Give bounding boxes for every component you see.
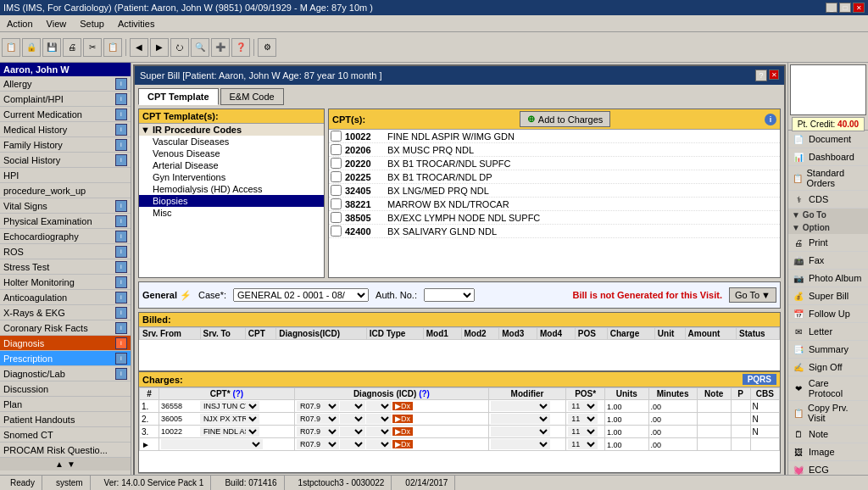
sidebar-item-xray[interactable]: X-Rays & EKG i — [0, 305, 131, 320]
toolbar-btn-4[interactable]: 🖨 — [63, 38, 81, 57]
right-item-document[interactable]: 📄 Document — [788, 131, 868, 148]
cpt-check-38221[interactable] — [331, 198, 342, 209]
charge-icd-sel2-4[interactable] — [340, 439, 365, 449]
menu-activities[interactable]: Activities — [114, 17, 158, 31]
sidebar-item-vitals[interactable]: Vital Signs i — [0, 198, 131, 214]
right-item-print[interactable]: 🖨 Print — [788, 234, 868, 252]
tab-cpt-template[interactable]: CPT Template — [138, 88, 219, 105]
charge-icd-sel2-1[interactable] — [340, 401, 365, 411]
charge-mod-select-1[interactable] — [491, 401, 550, 411]
charge-minutes-1[interactable] — [648, 400, 697, 413]
sidebar-item-discussion[interactable]: Discussion — [0, 381, 131, 397]
charge-mod-2[interactable] — [488, 413, 566, 426]
charge-icd-sel2-3[interactable] — [340, 426, 365, 437]
charge-icd-4[interactable]: R07.9 ▶Dx — [295, 438, 489, 451]
charge-note-3[interactable] — [697, 426, 731, 438]
auth-select[interactable] — [424, 288, 475, 302]
charge-note-input-1[interactable] — [699, 403, 725, 411]
cpt-check-32405[interactable] — [331, 185, 342, 196]
sidebar-item-anticoag[interactable]: Anticoagulation i — [0, 290, 131, 305]
case-select[interactable]: GENERAL 02 - 0001 - 08/ — [233, 288, 369, 302]
right-item-image[interactable]: 🖼 Image — [788, 443, 868, 461]
charge-minutes-input-1[interactable] — [651, 403, 685, 411]
charge-dx-btn-4[interactable]: ▶Dx — [392, 440, 413, 448]
sidebar-item-coronary[interactable]: Coronary Risk Facts i — [0, 320, 131, 336]
charge-note-1[interactable] — [697, 400, 731, 413]
charge-minutes-3[interactable] — [648, 426, 697, 438]
toolbar-btn-2[interactable]: 🔒 — [22, 38, 41, 57]
charge-note-input-4[interactable] — [699, 441, 725, 449]
dialog-close-btn[interactable]: ✕ — [769, 70, 779, 80]
sidebar-item-procedure[interactable]: procedure_work_up — [0, 183, 131, 198]
cpt-check-10022[interactable] — [331, 131, 342, 142]
sidebar-item-allergy[interactable]: Allergy i — [0, 76, 131, 92]
template-arterial[interactable]: Arterial Disease — [139, 159, 324, 171]
charge-mod-1[interactable] — [488, 400, 566, 413]
right-item-fax[interactable]: 📠 Fax — [788, 252, 868, 270]
charge-cpt-input-3[interactable] — [161, 427, 199, 436]
patient-name[interactable]: Aaron, John W — [0, 63, 131, 76]
charge-cpt-3[interactable]: FINE NDL ASPIR W/IMG GD... — [159, 426, 294, 438]
goto-btn[interactable]: Go To ▼ — [729, 287, 776, 303]
charge-mod-select-3[interactable] — [491, 426, 550, 437]
toolbar-btn-5[interactable]: ✂ — [83, 38, 102, 57]
sidebar-item-ros[interactable]: ROS i — [0, 244, 131, 259]
charge-note-2[interactable] — [697, 413, 731, 426]
charge-units-input-2[interactable] — [607, 415, 641, 424]
charge-minutes-input-4[interactable] — [651, 441, 685, 449]
sidebar-item-hpi[interactable]: HPI — [0, 168, 131, 183]
sidebar-item-complaint[interactable]: Complaint/HPI i — [0, 92, 131, 107]
tab-em-code[interactable]: E&M Code — [220, 88, 284, 105]
cpt-check-20225[interactable] — [331, 171, 342, 182]
charge-pos-select-2[interactable]: 11 — [568, 414, 598, 424]
charge-cpt-4[interactable] — [159, 438, 294, 451]
right-item-summary[interactable]: 📑 Summary — [788, 341, 868, 359]
charge-units-4[interactable] — [605, 438, 648, 451]
sidebar-item-echo[interactable]: Echocardiography i — [0, 229, 131, 244]
dialog-help-btn[interactable]: ? — [755, 70, 767, 81]
cpt-check-20220[interactable] — [331, 158, 342, 169]
toolbar-btn-1[interactable]: 📋 — [2, 38, 20, 57]
right-item-dashboard[interactable]: 📊 Dashboard — [788, 148, 868, 166]
toolbar-btn-9[interactable]: ⭮ — [170, 38, 189, 57]
sidebar-item-holter[interactable]: Holter Monitoring i — [0, 275, 131, 290]
charge-cpt-input-2[interactable] — [161, 415, 199, 423]
charge-icd-select-4[interactable]: R07.9 — [297, 439, 339, 449]
cpt-info-icon[interactable]: i — [765, 114, 776, 125]
sidebar-item-snomed[interactable]: Snomed CT — [0, 427, 131, 443]
charge-pos-1[interactable]: 11 — [566, 400, 605, 413]
toolbar-btn-3[interactable]: 💾 — [42, 38, 61, 57]
charge-icd-3[interactable]: R07.9 ▶Dx — [295, 426, 489, 438]
charge-icd-sel3-3[interactable] — [366, 426, 392, 437]
charge-units-input-1[interactable] — [607, 403, 641, 411]
charge-icd-select-1[interactable]: R07.9 — [297, 401, 339, 411]
charge-icd-sel2-2[interactable] — [340, 414, 365, 424]
charge-cpt-select-2[interactable]: NJX PX XTR VNGRPH W/N ... — [200, 414, 259, 424]
sidebar-item-diagnosis[interactable]: Diagnosis i — [0, 336, 131, 351]
restore-btn[interactable]: □ — [839, 3, 851, 13]
charge-minutes-input-2[interactable] — [651, 415, 685, 424]
right-item-letter[interactable]: ✉ Letter — [788, 323, 868, 341]
right-item-note[interactable]: 🗒 Note — [788, 426, 868, 443]
toolbar-btn-10[interactable]: 🔍 — [191, 38, 209, 57]
charge-icd-select-3[interactable]: R07.9 — [297, 426, 339, 437]
toolbar-btn-13[interactable]: ⚙ — [258, 38, 276, 57]
toolbar-btn-8[interactable]: ▶ — [150, 38, 169, 57]
toolbar-btn-12[interactable]: ❓ — [231, 38, 250, 57]
charge-icd-sel3-4[interactable] — [366, 439, 392, 449]
sidebar-item-physical[interactable]: Physical Examination i — [0, 214, 131, 229]
template-misc[interactable]: Misc — [139, 207, 324, 219]
charge-icd-select-2[interactable]: R07.9 — [297, 414, 339, 424]
charge-mod-select-4[interactable] — [491, 439, 550, 449]
right-item-superbill[interactable]: 💰 Super Bill — [788, 287, 868, 305]
right-item-followup[interactable]: 📅 Follow Up — [788, 305, 868, 323]
charge-cpt-select-1[interactable]: INSJ TUN CTR CVC W/O SU — [200, 401, 259, 411]
charge-note-input-2[interactable] — [699, 415, 725, 424]
cpt-check-38505[interactable] — [331, 212, 342, 223]
charge-pos-select-1[interactable]: 11 — [568, 401, 598, 411]
sidebar-item-family-history[interactable]: Family History i — [0, 137, 131, 153]
menu-setup[interactable]: Setup — [76, 17, 108, 31]
charge-minutes-4[interactable] — [648, 438, 697, 451]
minimize-btn[interactable]: _ — [826, 3, 837, 13]
charge-units-1[interactable] — [605, 400, 648, 413]
